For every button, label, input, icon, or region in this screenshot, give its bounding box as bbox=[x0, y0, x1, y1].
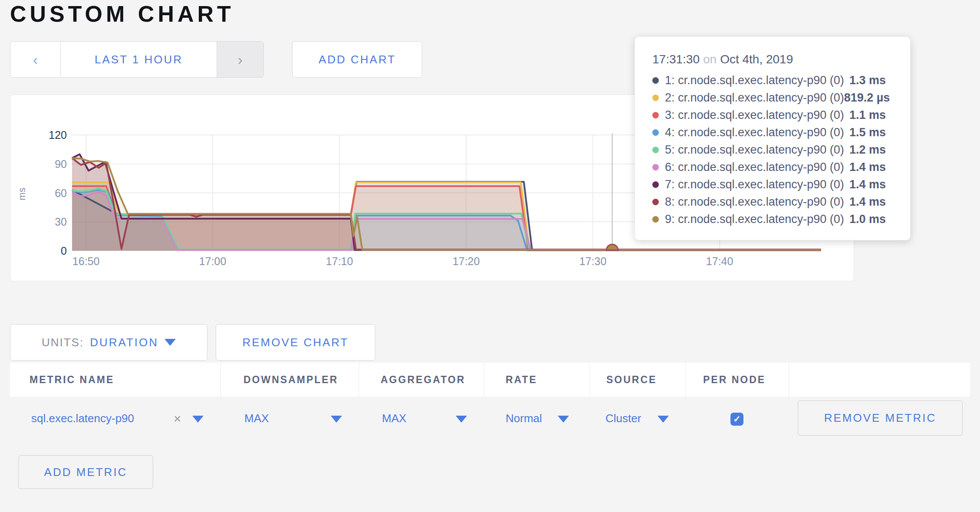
chevron-left-icon: ‹ bbox=[33, 51, 38, 68]
chart-tooltip: 17:31:30onOct 4th, 2019 1: cr.node.sql.e… bbox=[635, 36, 911, 240]
per-node-checkbox[interactable]: ✓ bbox=[730, 413, 743, 426]
column-header-aggregator: AGGREGATOR bbox=[359, 363, 484, 397]
tooltip-series-value: 1.5 ms bbox=[849, 126, 886, 139]
page-title: CUSTOM CHART bbox=[10, 1, 234, 27]
tooltip-series-label: 8: cr.node.sql.exec.latency-p90 (0) bbox=[665, 195, 844, 209]
y-axis-tick-label: 90 bbox=[55, 158, 67, 170]
tooltip-series-value: 819.2 µs bbox=[844, 91, 890, 105]
series-color-dot-icon bbox=[652, 181, 659, 188]
series-color-dot-icon bbox=[652, 147, 659, 153]
chevron-right-icon: › bbox=[238, 51, 243, 68]
tooltip-series-label: 2: cr.node.sql.exec.latency-p90 (0) bbox=[665, 91, 844, 105]
aggregator-dropdown-icon[interactable] bbox=[456, 416, 467, 423]
y-axis-tick-label: 60 bbox=[55, 187, 67, 199]
source-dropdown-icon[interactable] bbox=[658, 416, 669, 423]
x-axis-tick-label: 17:10 bbox=[326, 255, 353, 267]
tooltip-item: 3: cr.node.sql.exec.latency-p90 (0)1.1 m… bbox=[652, 106, 886, 124]
time-range-next-button[interactable]: › bbox=[217, 42, 263, 77]
tooltip-series-label: 9: cr.node.sql.exec.latency-p90 (0) bbox=[665, 213, 844, 226]
column-header-per-node: PER NODE bbox=[686, 363, 789, 397]
tooltip-item: 2: cr.node.sql.exec.latency-p90 (0)819.2… bbox=[652, 89, 886, 106]
tooltip-series-label: 6: cr.node.sql.exec.latency-p90 (0) bbox=[665, 161, 844, 174]
remove-chart-button[interactable]: REMOVE CHART bbox=[216, 324, 375, 361]
tooltip-item: 4: cr.node.sql.exec.latency-p90 (0)1.5 m… bbox=[652, 124, 886, 141]
clear-metric-icon[interactable]: × bbox=[174, 397, 181, 440]
y-axis-tick-label: 120 bbox=[49, 129, 67, 141]
column-header-rate: RATE bbox=[484, 363, 590, 397]
tooltip-series-value: 1.1 ms bbox=[849, 108, 886, 122]
tooltip-series-label: 3: cr.node.sql.exec.latency-p90 (0) bbox=[665, 108, 844, 122]
tooltip-series-label: 1: cr.node.sql.exec.latency-p90 (0) bbox=[665, 74, 844, 87]
x-axis-tick-label: 17:30 bbox=[579, 255, 607, 267]
tooltip-series-label: 7: cr.node.sql.exec.latency-p90 (0) bbox=[665, 178, 844, 191]
tooltip-series-value: 1.0 ms bbox=[849, 213, 886, 226]
downsampler-dropdown-icon[interactable] bbox=[331, 416, 342, 423]
y-axis-label: ms bbox=[16, 187, 27, 200]
rate-select[interactable]: Normal bbox=[506, 397, 542, 440]
downsampler-select[interactable]: MAX bbox=[244, 397, 269, 440]
tooltip-date: Oct 4th, 2019 bbox=[720, 53, 793, 66]
tooltip-series-value: 1.4 ms bbox=[849, 178, 886, 191]
y-axis-tick-label: 0 bbox=[61, 245, 67, 257]
time-range-selector: ‹ LAST 1 HOUR › bbox=[10, 41, 264, 78]
hover-point-marker bbox=[606, 244, 618, 250]
units-dropdown[interactable]: UNITS: DURATION bbox=[10, 324, 207, 361]
tooltip-item: 5: cr.node.sql.exec.latency-p90 (0)1.2 m… bbox=[652, 141, 886, 158]
series-color-dot-icon bbox=[652, 129, 659, 136]
series-color-dot-icon bbox=[652, 199, 659, 205]
column-header-downsampler: DOWNSAMPLER bbox=[221, 363, 359, 397]
series-color-dot-icon bbox=[652, 112, 659, 118]
x-axis-tick-label: 16:50 bbox=[72, 255, 100, 267]
tooltip-series-value: 1.4 ms bbox=[849, 161, 886, 174]
units-value: DURATION bbox=[90, 336, 158, 349]
source-select[interactable]: Cluster bbox=[605, 397, 641, 440]
tooltip-time: 17:31:30 bbox=[652, 53, 700, 66]
tooltip-series-value: 1.2 ms bbox=[849, 143, 886, 157]
tooltip-timestamp: 17:31:30onOct 4th, 2019 bbox=[652, 53, 886, 66]
column-header-source: SOURCE bbox=[590, 363, 686, 397]
tooltip-item: 7: cr.node.sql.exec.latency-p90 (0)1.4 m… bbox=[652, 176, 886, 193]
y-axis-tick-label: 30 bbox=[55, 216, 67, 228]
series-color-dot-icon bbox=[652, 95, 659, 101]
tooltip-item: 1: cr.node.sql.exec.latency-p90 (0)1.3 m… bbox=[652, 72, 886, 89]
column-header-metric-name: METRIC NAME bbox=[10, 363, 221, 397]
units-label: UNITS: bbox=[42, 336, 84, 349]
tooltip-item: 8: cr.node.sql.exec.latency-p90 (0)1.4 m… bbox=[652, 193, 886, 210]
x-axis-tick-label: 17:00 bbox=[199, 255, 227, 267]
tooltip-series-label: 5: cr.node.sql.exec.latency-p90 (0) bbox=[665, 143, 844, 157]
metric-name-value[interactable]: sql.exec.latency-p90 bbox=[31, 397, 134, 440]
series-color-dot-icon bbox=[652, 164, 659, 171]
tooltip-item: 6: cr.node.sql.exec.latency-p90 (0)1.4 m… bbox=[652, 158, 886, 176]
metric-name-dropdown-icon[interactable] bbox=[192, 416, 204, 423]
series-color-dot-icon bbox=[652, 216, 659, 223]
time-range-prev-button[interactable]: ‹ bbox=[10, 42, 61, 77]
aggregator-select[interactable]: MAX bbox=[382, 397, 406, 440]
x-axis-tick-label: 17:20 bbox=[453, 255, 480, 267]
add-chart-button[interactable]: ADD CHART bbox=[292, 41, 422, 78]
tooltip-on-word: on bbox=[700, 53, 720, 66]
x-axis-tick-label: 17:40 bbox=[706, 255, 733, 267]
tooltip-item: 9: cr.node.sql.exec.latency-p90 (0)1.0 m… bbox=[652, 210, 886, 228]
tooltip-series-list: 1: cr.node.sql.exec.latency-p90 (0)1.3 m… bbox=[652, 72, 886, 228]
rate-dropdown-icon[interactable] bbox=[558, 416, 569, 423]
add-metric-button[interactable]: ADD METRIC bbox=[18, 455, 153, 489]
tooltip-series-value: 1.4 ms bbox=[849, 195, 886, 209]
column-header-actions bbox=[789, 363, 970, 397]
time-range-value-button[interactable]: LAST 1 HOUR bbox=[61, 42, 217, 77]
series-color-dot-icon bbox=[652, 77, 659, 84]
remove-metric-button[interactable]: REMOVE METRIC bbox=[798, 400, 963, 436]
chevron-down-icon bbox=[164, 339, 176, 346]
tooltip-series-value: 1.3 ms bbox=[849, 74, 886, 87]
tooltip-series-label: 4: cr.node.sql.exec.latency-p90 (0) bbox=[665, 126, 844, 139]
